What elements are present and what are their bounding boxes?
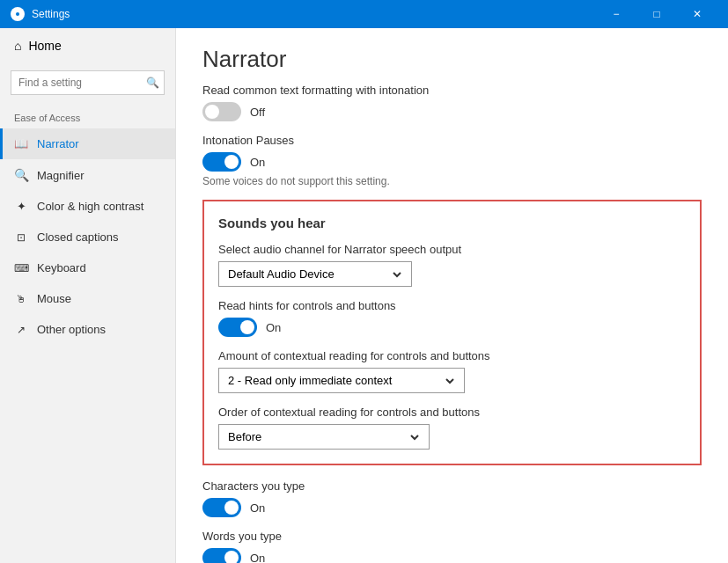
intonation-note: Some voices do not support this setting.: [202, 175, 702, 187]
sidebar-section-title: Ease of Access: [0, 102, 175, 128]
words-toggle-row: On: [202, 548, 702, 563]
maximize-button[interactable]: □: [636, 0, 677, 28]
intonation-setting: Intonation Pauses On Some voices do not …: [202, 134, 702, 187]
read-hints-label: Read hints for controls and buttons: [218, 299, 686, 312]
sidebar-item-other[interactable]: ↗ Other options: [0, 314, 175, 345]
other-label: Other options: [37, 323, 106, 336]
words-knob: [224, 551, 239, 563]
characters-setting: Characters you type On: [202, 479, 702, 517]
contextual-order-chevron-icon: [409, 432, 420, 442]
narrator-label: Narrator: [37, 137, 79, 150]
sounds-title: Sounds you hear: [218, 216, 686, 230]
intonation-knob: [224, 155, 239, 169]
contextual-amount-chevron-icon: [445, 376, 455, 386]
home-icon: ⌂: [14, 39, 21, 53]
read-hints-knob: [240, 320, 254, 334]
read-hints-toggle-text: On: [266, 321, 281, 334]
color-icon: ✦: [14, 200, 28, 213]
words-label: Words you type: [202, 530, 702, 543]
close-button[interactable]: ✕: [677, 0, 717, 28]
sidebar-item-magnifier[interactable]: 🔍 Magnifier: [0, 159, 175, 191]
contextual-order-label: Order of contextual reading for controls…: [218, 406, 686, 419]
words-toggle-text: On: [250, 552, 265, 564]
mouse-icon: 🖱: [14, 293, 28, 305]
home-label: Home: [28, 39, 61, 53]
audio-channel-value: Default Audio Device: [228, 267, 335, 281]
words-toggle[interactable]: [202, 548, 241, 563]
sidebar-item-color[interactable]: ✦ Color & high contrast: [0, 191, 175, 222]
audio-channel-dropdown[interactable]: Default Audio Device: [218, 261, 412, 287]
dropdown-chevron-icon: [392, 269, 402, 280]
contextual-amount-value: 2 - Read only immediate context: [228, 374, 392, 387]
color-label: Color & high contrast: [37, 200, 143, 213]
sidebar-item-captions[interactable]: ⊡ Closed captions: [0, 222, 175, 252]
captions-label: Closed captions: [37, 230, 119, 244]
common-format-label: Read common text formatting with intonat…: [202, 84, 702, 97]
sidebar-item-mouse[interactable]: 🖱 Mouse: [0, 283, 175, 314]
read-hints-toggle[interactable]: [218, 318, 257, 337]
sounds-section: Sounds you hear Select audio channel for…: [202, 200, 702, 465]
keyboard-icon: ⌨: [14, 262, 28, 274]
characters-knob: [224, 501, 239, 515]
characters-toggle[interactable]: [202, 498, 241, 517]
intonation-label: Intonation Pauses: [202, 134, 702, 147]
audio-channel-label: Select audio channel for Narrator speech…: [218, 243, 686, 256]
search-container: 🔍: [11, 70, 165, 95]
contextual-order-value: Before: [228, 430, 261, 443]
sidebar-item-home[interactable]: ⌂ Home: [0, 28, 175, 63]
read-hints-toggle-row: On: [218, 318, 686, 337]
content-area: Narrator Read common text formatting wit…: [176, 28, 728, 563]
common-format-toggle-text: Off: [250, 106, 265, 119]
window-controls: − □ ✕: [596, 0, 717, 28]
common-format-knob: [205, 105, 219, 119]
common-format-toggle[interactable]: [202, 102, 241, 121]
intonation-toggle-text: On: [250, 156, 265, 169]
narrator-icon: 📖: [14, 137, 28, 150]
title-bar: Settings − □ ✕: [0, 0, 728, 28]
search-input[interactable]: [11, 70, 165, 95]
sidebar-item-keyboard[interactable]: ⌨ Keyboard: [0, 252, 175, 283]
characters-toggle-row: On: [202, 498, 702, 517]
settings-icon: [11, 7, 25, 21]
magnifier-icon: 🔍: [14, 168, 28, 182]
svg-point-1: [16, 12, 19, 16]
common-format-setting: Read common text formatting with intonat…: [202, 84, 702, 121]
contextual-order-dropdown[interactable]: Before: [218, 424, 430, 450]
other-icon: ↗: [14, 324, 28, 336]
search-icon: 🔍: [146, 77, 159, 89]
app-container: ⌂ Home 🔍 Ease of Access 📖 Narrator 🔍 Mag…: [0, 28, 728, 563]
title-text: Settings: [32, 8, 70, 20]
characters-toggle-text: On: [250, 501, 265, 515]
sidebar-item-narrator[interactable]: 📖 Narrator: [0, 128, 175, 159]
characters-label: Characters you type: [202, 479, 702, 493]
sidebar: ⌂ Home 🔍 Ease of Access 📖 Narrator 🔍 Mag…: [0, 28, 176, 563]
minimize-button[interactable]: −: [596, 0, 636, 28]
page-title: Narrator: [202, 46, 702, 73]
contextual-amount-label: Amount of contextual reading for control…: [218, 349, 686, 362]
magnifier-label: Magnifier: [37, 169, 84, 182]
words-setting: Words you type On: [202, 530, 702, 563]
keyboard-label: Keyboard: [37, 261, 86, 274]
intonation-toggle[interactable]: [202, 152, 241, 172]
title-bar-left: Settings: [11, 7, 70, 21]
intonation-toggle-row: On: [202, 152, 702, 172]
mouse-label: Mouse: [37, 292, 71, 305]
contextual-amount-dropdown[interactable]: 2 - Read only immediate context: [218, 368, 465, 393]
captions-icon: ⊡: [14, 231, 28, 244]
common-format-toggle-row: Off: [202, 102, 702, 121]
